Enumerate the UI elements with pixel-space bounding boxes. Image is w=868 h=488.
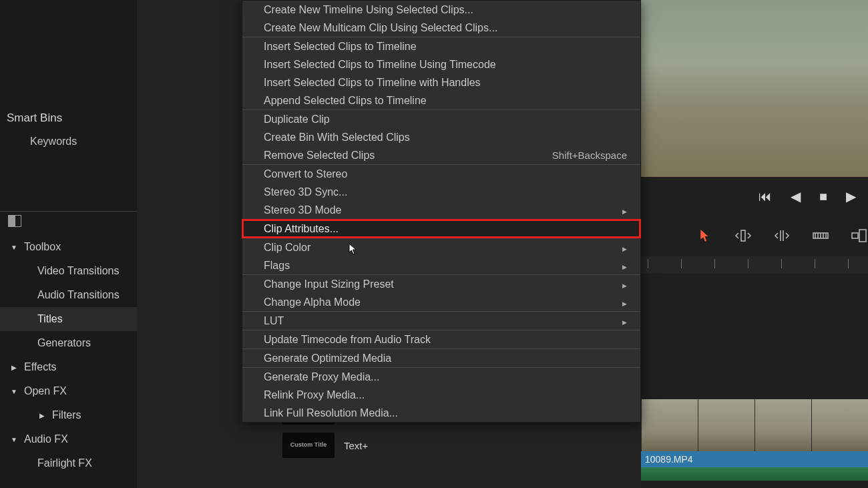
cursor-icon	[349, 243, 358, 258]
ctx-gen-proxy[interactable]: Generate Proxy Media...	[242, 368, 640, 386]
tree-audio-transitions[interactable]: Audio Transitions	[0, 283, 137, 307]
clip-name-label[interactable]: 10089.MP4	[641, 451, 868, 467]
right-panel: ⏮ ◀ ■ ▶ 10089.MP4	[641, 0, 868, 488]
smartbins-header: Smart Bins	[7, 107, 130, 129]
ctx-insert-handles[interactable]: Insert Selected Clips to Timeline with H…	[242, 73, 640, 91]
tree-generators[interactable]: Generators	[0, 331, 137, 355]
tree-effects[interactable]: Effects	[0, 355, 137, 379]
tree-openfx[interactable]: Open FX	[0, 379, 137, 403]
ctx-gen-optimized[interactable]: Generate Optimized Media	[242, 349, 640, 367]
ctx-relink-proxy[interactable]: Relink Proxy Media...	[242, 386, 640, 404]
transport-controls: ⏮ ◀ ■ ▶	[641, 184, 868, 209]
ctx-stereo-mode[interactable]: Stereo 3D Mode	[242, 201, 640, 219]
ctx-lut[interactable]: LUT	[242, 312, 640, 330]
ctx-create-timeline[interactable]: Create New Timeline Using Selected Clips…	[242, 1, 640, 19]
svg-rect-0	[741, 230, 745, 241]
ctx-alpha-mode[interactable]: Change Alpha Mode	[242, 293, 640, 311]
ctx-duplicate[interactable]: Duplicate Clip	[242, 110, 640, 128]
effects-tree: Toolbox Video Transitions Audio Transiti…	[0, 235, 137, 475]
timeline-ruler[interactable]	[641, 256, 868, 274]
tree-toolbox[interactable]: Toolbox	[0, 235, 137, 259]
viewer-preview[interactable]	[641, 0, 868, 177]
tree-titles[interactable]: Titles	[0, 307, 137, 331]
skip-back-icon[interactable]: ⏮	[758, 189, 772, 204]
ctx-create-bin[interactable]: Create Bin With Selected Clips	[242, 128, 640, 146]
title-item[interactable]: Custom TitleText+	[282, 433, 379, 458]
trim-edit-icon[interactable]	[734, 228, 753, 244]
ctx-clip-color[interactable]: Clip Color	[242, 238, 640, 256]
audio-track[interactable]	[641, 467, 868, 481]
video-track[interactable]	[641, 399, 868, 451]
ctx-flags[interactable]: Flags	[242, 256, 640, 274]
divider	[0, 211, 137, 212]
play-forward-icon[interactable]: ▶	[846, 188, 856, 204]
chevron-right-icon	[622, 296, 627, 308]
shortcut-label: Shift+Backspace	[552, 150, 627, 161]
context-menu: Create New Timeline Using Selected Clips…	[242, 0, 641, 423]
ctx-create-multicam[interactable]: Create New Multicam Clip Using Selected …	[242, 19, 640, 37]
chevron-right-icon	[622, 260, 627, 272]
ctx-insert-timecode[interactable]: Insert Selected Clips to Timeline Using …	[242, 55, 640, 73]
ctx-link-fullres[interactable]: Link Full Resolution Media...	[242, 404, 640, 422]
ctx-append[interactable]: Append Selected Clips to Timeline	[242, 91, 640, 109]
play-back-icon[interactable]: ◀	[791, 188, 801, 204]
dynamic-trim-icon[interactable]	[773, 228, 791, 244]
chevron-right-icon	[622, 204, 627, 216]
tree-fairlight[interactable]: Fairlight FX	[0, 451, 137, 475]
svg-rect-3	[852, 233, 858, 238]
ctx-stereo-sync[interactable]: Stereo 3D Sync...	[242, 183, 640, 201]
tree-filters[interactable]: Filters	[0, 403, 137, 427]
ctx-convert-stereo[interactable]: Convert to Stereo	[242, 165, 640, 183]
ctx-input-sizing[interactable]: Change Input Sizing Preset	[242, 275, 640, 293]
panel-layout-toggle-icon[interactable]	[8, 215, 24, 227]
chevron-right-icon	[622, 242, 627, 254]
stop-icon[interactable]: ■	[819, 189, 827, 204]
insert-clip-icon[interactable]	[849, 228, 868, 244]
ctx-update-timecode[interactable]: Update Timecode from Audio Track	[242, 330, 640, 348]
ctx-insert-timeline[interactable]: Insert Selected Clips to Timeline	[242, 37, 640, 55]
timeline-tools	[641, 222, 868, 250]
left-sidebar: Smart Bins Keywords Toolbox Video Transi…	[0, 0, 137, 488]
chevron-right-icon	[622, 315, 627, 327]
smartbins-keywords[interactable]: Keywords	[7, 129, 130, 154]
svg-rect-2	[859, 230, 866, 242]
tree-video-transitions[interactable]: Video Transitions	[0, 259, 137, 283]
tree-audiofx[interactable]: Audio FX	[0, 427, 137, 451]
ctx-remove[interactable]: Remove Selected ClipsShift+Backspace	[242, 146, 640, 164]
selection-tool-icon[interactable]	[696, 228, 714, 244]
chevron-right-icon	[622, 278, 627, 290]
ctx-clip-attributes[interactable]: Clip Attributes...	[242, 220, 640, 238]
timeline-tracks[interactable]: 10089.MP4	[641, 399, 868, 488]
blade-tool-icon[interactable]	[811, 228, 830, 244]
